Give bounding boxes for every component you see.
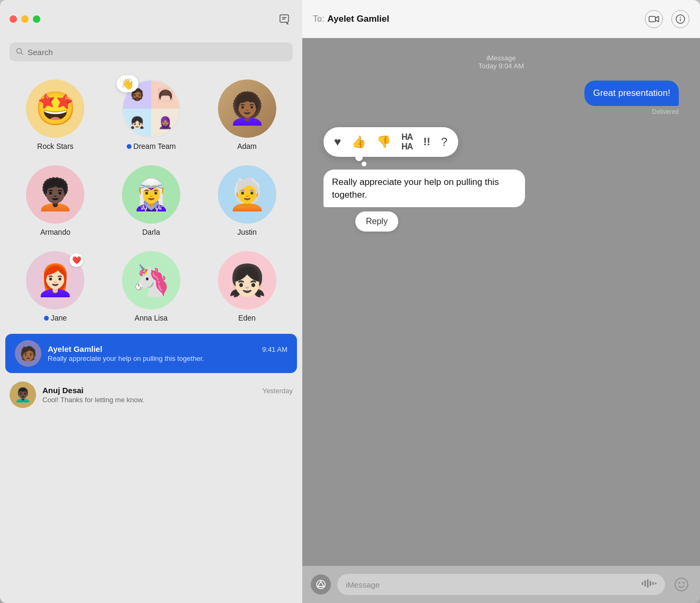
svg-point-17 [679, 582, 680, 584]
maximize-button[interactable] [33, 15, 40, 23]
message-timestamp: iMessage Today 9:04 AM [323, 54, 679, 70]
delivered-status: Delivered [652, 108, 679, 116]
reaction-haha[interactable]: HAHA [401, 132, 413, 152]
heart-badge-jane: ❤️ [69, 253, 83, 267]
avatar-ayelet-conv: 🧑🏾 [15, 340, 41, 367]
svg-point-8 [680, 16, 681, 17]
svg-rect-11 [644, 580, 646, 587]
message-input[interactable]: iMessage [337, 574, 665, 595]
contacts-grid: 🤩 Rock Stars 👋 🧔🏾 🦱 👧🏻 🧕🏽 [0, 70, 302, 332]
info-button[interactable] [671, 10, 689, 28]
contact-item-anna-lisa[interactable]: 🦄 Anna Lisa [104, 246, 198, 327]
avatar-dream-team: 👋 🧔🏾 🦱 👧🏻 🧕🏽 [122, 79, 180, 138]
reactions-bar: ♥ 👍 👎 HAHA !! ? [323, 127, 458, 157]
conv-time-ayelet: 9:41 AM [262, 345, 287, 353]
video-call-button[interactable] [645, 10, 663, 28]
imessage-label: iMessage [323, 54, 679, 62]
svg-rect-10 [642, 582, 643, 585]
sidebar-titlebar [0, 0, 302, 38]
avatar-darla: 🧝‍♀️ [122, 165, 180, 224]
contact-name-dream-team: Dream Team [127, 142, 176, 150]
reply-button[interactable]: Reply [355, 211, 398, 232]
minimize-button[interactable] [21, 15, 29, 23]
conversation-item-ayelet[interactable]: 🧑🏾 Ayelet Gamliel 9:41 AM Really appreci… [5, 334, 297, 373]
contact-name-rock-stars: Rock Stars [37, 142, 73, 150]
avatar-anna-lisa: 🦄 [122, 251, 180, 309]
avatar-anuj-conv: 👨🏿‍🦱 [10, 382, 36, 408]
contact-name-justin: Justin [237, 228, 257, 236]
svg-point-16 [675, 578, 688, 591]
input-placeholder: iMessage [346, 580, 637, 589]
svg-rect-13 [650, 581, 651, 586]
messages-area: iMessage Today 9:04 AM Great presentatio… [302, 38, 700, 566]
contact-item-jane[interactable]: 👩🏻‍🦰 ❤️ Jane [8, 246, 102, 327]
conv-preview-ayelet: Really appreciate your help on pulling t… [48, 354, 287, 362]
conv-name-ayelet: Ayelet Gamliel [48, 344, 102, 353]
traffic-lights [10, 15, 40, 23]
outgoing-message-bubble: Great presentation! [584, 81, 679, 106]
contact-name-adam: Adam [237, 142, 257, 150]
reaction-heart[interactable]: ♥ [334, 135, 341, 149]
svg-line-4 [21, 52, 23, 55]
svg-rect-12 [647, 579, 649, 588]
sidebar: Search 🤩 Rock Stars 👋 🧔🏾 🦱 👧🏻 [0, 0, 302, 603]
app-store-button[interactable] [311, 574, 331, 595]
svg-rect-15 [655, 582, 657, 584]
incoming-message-text: Really appreciate your help on pulling t… [332, 177, 499, 200]
contact-name-eden: Eden [238, 314, 256, 322]
to-label: To: [313, 14, 324, 24]
close-button[interactable] [10, 15, 17, 23]
conv-time-anuj: Yesterday [262, 387, 293, 395]
conversation-item-anuj[interactable]: 👨🏿‍🦱 Anuj Desai Yesterday Cool! Thanks f… [0, 375, 302, 414]
incoming-message-bubble: Really appreciate your help on pulling t… [323, 170, 525, 208]
svg-point-3 [17, 48, 22, 53]
avatar-eden: 👧🏻 [218, 251, 276, 309]
conv-name-anuj: Anuj Desai [42, 386, 84, 395]
avatar-justin: 🧑‍🦳 [218, 165, 276, 224]
conv-header-ayelet: Ayelet Gamliel 9:41 AM [48, 344, 287, 353]
avatar-adam: 🧢 👩🏾‍🦱 [218, 79, 276, 138]
avatar-jane: 👩🏻‍🦰 ❤️ [26, 251, 84, 309]
conversation-list: 🧑🏾 Ayelet Gamliel 9:41 AM Really appreci… [0, 332, 302, 603]
contact-name-jane: Jane [44, 314, 67, 322]
conv-content-anuj: Anuj Desai Yesterday Cool! Thanks for le… [42, 386, 293, 404]
unread-dot-jane [44, 316, 49, 321]
audio-waveform-icon [642, 579, 657, 591]
reaction-thumbs-down[interactable]: 👎 [377, 135, 391, 149]
wave-bubble: 👋 [117, 75, 138, 92]
avatar-armando: 🧑🏿‍🦱 [26, 165, 84, 224]
input-bar: iMessage [302, 566, 700, 603]
chat-actions [645, 10, 689, 28]
conv-preview-anuj: Cool! Thanks for letting me know. [42, 396, 293, 404]
reaction-thumbs-up[interactable]: 👍 [352, 135, 366, 149]
chat-panel: To: Ayelet Gamliel [302, 0, 700, 603]
contact-name-darla: Darla [142, 228, 160, 236]
contact-item-eden[interactable]: 👧🏻 Eden [200, 246, 294, 327]
contact-item-rock-stars[interactable]: 🤩 Rock Stars [8, 74, 102, 156]
contact-name-armando: Armando [40, 228, 71, 236]
search-bar[interactable]: Search [10, 42, 293, 61]
contact-item-justin[interactable]: 🧑‍🦳 Justin [200, 160, 294, 242]
svg-rect-0 [280, 15, 288, 22]
conv-header-anuj: Anuj Desai Yesterday [42, 386, 293, 395]
recipient-name: Ayelet Gamliel [327, 14, 389, 24]
contact-item-darla[interactable]: 🧝‍♀️ Darla [104, 160, 198, 242]
outgoing-message-row: Great presentation! Delivered [323, 81, 679, 116]
contact-item-armando[interactable]: 🧑🏿‍🦱 Armando [8, 160, 102, 242]
contact-item-adam[interactable]: 🧢 👩🏾‍🦱 Adam [200, 74, 294, 156]
unread-dot-dream-team [127, 144, 132, 149]
svg-rect-5 [649, 16, 655, 22]
reactions-tail [355, 154, 363, 161]
contact-item-dream-team[interactable]: 👋 🧔🏾 🦱 👧🏻 🧕🏽 Dream Team [104, 74, 198, 156]
compose-button[interactable] [276, 11, 293, 28]
reaction-exclaim[interactable]: !! [423, 136, 430, 148]
reaction-question[interactable]: ? [441, 135, 448, 149]
timestamp-time: Today 9:04 AM [323, 62, 679, 70]
contact-name-anna-lisa: Anna Lisa [135, 314, 168, 322]
search-icon [16, 48, 23, 57]
svg-rect-14 [652, 582, 654, 585]
emoji-button[interactable] [671, 574, 692, 595]
search-input[interactable]: Search [28, 48, 286, 57]
reactions-tail2 [362, 162, 366, 166]
svg-point-18 [683, 582, 685, 584]
